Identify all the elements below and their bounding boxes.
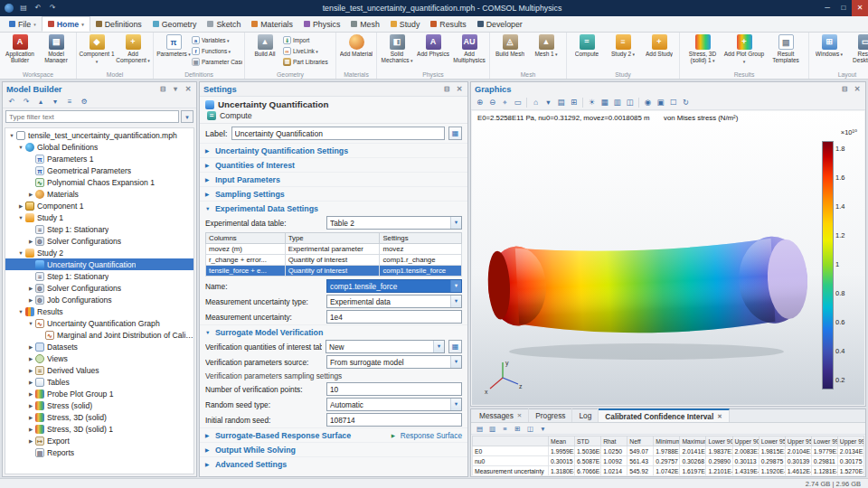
windows-button[interactable]: Windows [811, 33, 847, 58]
solid-mechanics-button[interactable]: Solid Mechanics [379, 33, 415, 64]
model-manager-button[interactable]: Model Manager [38, 33, 74, 63]
caret-icon[interactable] [27, 321, 34, 326]
move-down-icon[interactable] [50, 98, 61, 106]
tree-node-derived-values[interactable]: =Derived Values [5, 364, 193, 376]
add-material-button[interactable]: Add Material [338, 33, 374, 57]
response-surface-button[interactable]: Response Surface [392, 431, 462, 440]
redo-icon[interactable] [47, 2, 58, 14]
verification-parameters-source-select[interactable]: From surrogate model▼ [326, 355, 462, 369]
caret-icon[interactable] [27, 403, 34, 408]
rename-icon[interactable]: ▦ [448, 127, 462, 140]
label-input[interactable] [231, 127, 445, 140]
forward-icon[interactable] [21, 98, 32, 106]
tree-node-job-configurations[interactable]: ⚙Job Configurations [5, 294, 193, 305]
add-table-icon[interactable] [513, 424, 523, 434]
tree-node-step-1-stationary-2[interactable]: =Step 1: Stationary [5, 270, 193, 282]
compute-button[interactable]: =Compute [200, 110, 467, 124]
measurement-uncertainty-type-select[interactable]: Experimental data▼ [326, 295, 462, 308]
tab-study[interactable]: Study [385, 16, 426, 32]
experimental-data-table-select[interactable]: Table 2▼ [326, 216, 462, 230]
select-box-icon[interactable] [667, 97, 679, 108]
scene-light-icon[interactable] [586, 97, 598, 108]
tree-node-step-1-stationary[interactable]: =Step 1: Stationary [5, 223, 193, 235]
zoom-box-icon[interactable] [512, 97, 524, 108]
collapse-panel-icon[interactable] [442, 85, 451, 93]
verification-qoi-table-select[interactable]: New▼ [326, 340, 445, 353]
back-icon[interactable] [6, 98, 17, 106]
show-options-icon[interactable] [64, 98, 75, 106]
undo-icon[interactable] [33, 2, 43, 14]
livelink-button[interactable]: LiveLink [283, 46, 334, 56]
close-panel-icon[interactable] [853, 85, 862, 93]
tab-home[interactable]: Home▾ [42, 16, 90, 32]
model-builder-settings-icon[interactable] [79, 98, 90, 106]
zoom-extents-icon[interactable] [499, 97, 511, 108]
tab-file[interactable]: File▾ [4, 16, 42, 32]
wireframe-icon[interactable] [611, 97, 623, 108]
result-templates-button[interactable]: Result Templates [765, 33, 807, 63]
caret-icon[interactable] [27, 286, 34, 291]
functions-button[interactable]: Functions [192, 46, 242, 56]
tree-node-solver-configurations-2[interactable]: ⚙Solver Configurations [5, 282, 193, 294]
tree-filter-input[interactable] [5, 110, 179, 123]
close-tab-icon[interactable]: ✕ [517, 412, 522, 419]
transparency-icon[interactable] [599, 97, 610, 108]
mesh-1-button[interactable]: Mesh 1 [528, 33, 564, 58]
tree-node-marginal-joint-distribution[interactable]: ∿Marginal and Joint Distribution of Cali… [5, 329, 193, 341]
tree-node-solver-configurations[interactable]: ⚙Solver Configurations [5, 235, 193, 247]
study-2-button[interactable]: Study 2 [605, 33, 641, 58]
table-row-nu0[interactable]: nu0 0.300156.5087E-41.0092561.430.297570… [473, 456, 864, 466]
caret-icon[interactable] [27, 427, 34, 432]
caret-icon[interactable] [27, 344, 34, 350]
build-mesh-button[interactable]: Build Mesh [492, 33, 528, 57]
part-libraries-button[interactable]: Part Libraries [283, 57, 334, 67]
caret-icon[interactable] [27, 192, 34, 197]
section-advanced-settings[interactable]: Advanced Settings [200, 456, 467, 471]
caret-icon[interactable] [27, 356, 34, 361]
tree-node-study-2[interactable]: Study 2 [5, 247, 193, 258]
caret-icon[interactable] [17, 215, 24, 221]
table-display-icon[interactable] [475, 424, 485, 434]
tree-node-uncertainty-quantification[interactable]: Uncertainty Quantification [5, 258, 193, 270]
variables-button[interactable]: Variables [192, 35, 242, 45]
import-button[interactable]: Import [283, 35, 334, 45]
tree-node-study-1[interactable]: Study 1 [5, 211, 193, 223]
tree-node-uq-graph[interactable]: ∿Uncertainty Quantification Graph [5, 317, 193, 329]
tab-log[interactable]: Log [572, 408, 599, 422]
view-menu-icon[interactable] [542, 97, 554, 108]
add-component-button[interactable]: Add Component [115, 33, 151, 64]
section-uq-settings[interactable]: Uncertainty Quantification Settings [200, 143, 467, 157]
minimize-button[interactable] [819, 0, 835, 16]
caret-icon[interactable] [27, 368, 34, 373]
tree-node-root[interactable]: tensile_test_uncertainty_quantification.… [5, 129, 193, 141]
caret-icon[interactable] [27, 239, 34, 244]
tab-messages[interactable]: Messages✕ [473, 408, 529, 422]
tree-node-reports[interactable]: ▤Reports [5, 446, 193, 458]
full-precision-icon[interactable] [500, 424, 510, 434]
add-plot-group-button[interactable]: Add Plot Group [723, 33, 765, 64]
stress-3d-solid-1-button[interactable]: Stress, 3D (solid) 1 [682, 33, 723, 64]
tree-node-datasets[interactable]: Datasets [5, 341, 193, 352]
caret-icon[interactable] [8, 133, 15, 138]
caret-icon[interactable] [27, 438, 34, 444]
close-panel-icon[interactable] [455, 85, 464, 93]
close-button[interactable] [852, 0, 868, 16]
build-all-button[interactable]: Build All [247, 33, 283, 57]
add-multiphysics-button[interactable]: Add Multiphysics [451, 33, 487, 63]
tree-node-stress-solid[interactable]: Stress (solid) [5, 399, 193, 411]
collapse-panel-icon[interactable] [158, 85, 167, 93]
go-to-default-view-icon[interactable] [530, 97, 542, 108]
tree-node-probe-plot-group-1[interactable]: Probe Plot Group 1 [5, 388, 193, 399]
tab-calibrated-confidence-interval[interactable]: Calibrated Confidence Interval✕ [599, 408, 729, 422]
snapshot-icon[interactable] [642, 97, 654, 108]
tree-node-geometrical-parameters[interactable]: πGeometrical Parameters [5, 164, 193, 176]
application-builder-button[interactable]: Application Builder [2, 33, 38, 63]
initial-random-seed-input[interactable] [326, 413, 462, 427]
caret-icon[interactable] [27, 380, 34, 385]
table-row-movez[interactable]: movez (m)Experimental parametermovez [206, 244, 462, 255]
section-surrogate-based-response-surface[interactable]: Surrogate-Based Response Surface Respons… [200, 427, 467, 442]
parameters-button[interactable]: Parameters [156, 33, 192, 58]
caret-icon[interactable] [17, 203, 24, 209]
column-width-icon[interactable] [487, 424, 497, 434]
projection-icon[interactable] [568, 97, 580, 108]
